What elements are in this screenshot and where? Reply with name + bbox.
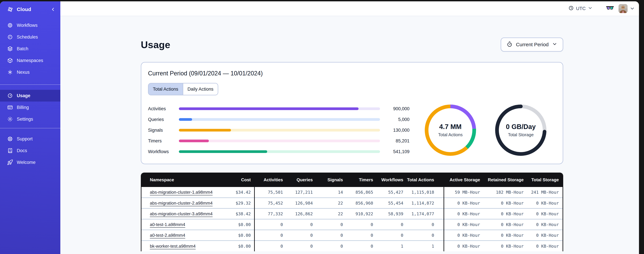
- sidebar-item-schedules[interactable]: Schedules: [0, 31, 60, 43]
- bar-value: 541,109: [380, 149, 410, 154]
- table-cell: 0: [373, 230, 403, 240]
- namespace-link[interactable]: abs-migration-cluster-2.a98mm4: [150, 200, 212, 206]
- brand-row: Cloud: [0, 1, 60, 18]
- table-cell: $38.42: [224, 208, 254, 219]
- sidebar-item-namespaces[interactable]: Namespaces: [0, 54, 60, 66]
- table-cell: 0: [343, 230, 373, 240]
- namespace-link[interactable]: abs-migration-cluster-1.a98mm4: [150, 190, 212, 195]
- table-cell: 0 KB-Hour: [524, 230, 563, 240]
- bar-row-signals: Signals130,000: [148, 125, 414, 136]
- column-header-total-actions: Total Actions: [403, 172, 444, 187]
- schedules-icon: [7, 34, 13, 40]
- tab-total-actions[interactable]: Total Actions: [148, 84, 183, 95]
- namespaces-icon: [7, 58, 13, 64]
- namespace-cell: a0-test-1.a98mm4: [142, 219, 224, 230]
- bar-value: 85,201: [380, 138, 410, 144]
- welcome-icon: [7, 159, 13, 165]
- namespace-cell: bk-worker-test.a98mm4: [142, 240, 224, 251]
- table-cell: 0: [343, 219, 373, 230]
- docs-icon: [7, 148, 13, 154]
- namespace-link[interactable]: a0-test-1.a98mm4: [150, 222, 185, 227]
- table-cell: 182 MB-Hour: [480, 187, 524, 198]
- column-header-retained-storage: Retained Storage: [480, 172, 524, 187]
- table-cell: 0 KB-Hour: [524, 208, 563, 219]
- user-menu-chevron[interactable]: [630, 6, 635, 11]
- sidebar-item-docs[interactable]: Docs: [0, 145, 60, 156]
- bar-label: Queries: [148, 117, 179, 122]
- table-cell: 0 KB-Hour: [444, 219, 480, 230]
- table-cell: $29.32: [224, 198, 254, 208]
- table-cell: $0.00: [224, 240, 254, 251]
- sidebar-item-label: Usage: [17, 93, 30, 98]
- namespace-cell: abs-migration-cluster-3.a98mm4: [142, 208, 224, 219]
- table-cell: 22: [313, 208, 343, 219]
- table-cell: 0: [373, 219, 403, 230]
- billing-icon: [7, 104, 13, 110]
- table-cell: 55,454: [373, 198, 403, 208]
- nexus-icon: [7, 69, 13, 75]
- table-cell: 0: [313, 240, 343, 251]
- sidebar-item-billing[interactable]: Billing: [0, 102, 60, 113]
- table-cell: $34.42: [224, 187, 254, 198]
- sidebar: Cloud WorkflowsSchedulesBatchNamespacesN…: [0, 1, 60, 254]
- period-selector-button[interactable]: Current Period: [501, 38, 563, 52]
- table-cell: 77,332: [254, 208, 283, 219]
- namespace-link[interactable]: bk-worker-test.a98mm4: [150, 244, 196, 249]
- sidebar-item-batch[interactable]: Batch: [0, 43, 60, 54]
- table-cell: $0.00: [224, 219, 254, 230]
- sidebar-nav-account: UsageBillingSettings: [0, 85, 60, 125]
- sidebar-item-nexus[interactable]: Nexus: [0, 66, 60, 78]
- table-cell: 0 KB-Hour: [480, 240, 524, 251]
- usage-icon: [7, 93, 13, 99]
- sidebar-item-support[interactable]: Support: [0, 133, 60, 145]
- sidebar-item-settings[interactable]: Settings: [0, 113, 60, 125]
- table-cell: 0 KB-Hour: [524, 219, 563, 230]
- sidebar-nav-main: WorkflowsSchedulesBatchNamespacesNexus: [0, 18, 60, 78]
- chevron-down-icon: [552, 42, 557, 48]
- actions-bar-chart: Activities900,000Queries5,000Signals130,…: [148, 104, 414, 157]
- table-cell: 0 KB-Hour: [480, 208, 524, 219]
- bar-fill: [179, 118, 192, 121]
- donut-label: Total Actions: [438, 132, 463, 138]
- table-cell: 0: [254, 219, 283, 230]
- table-cell: $0.00: [224, 230, 254, 240]
- bar-fill: [179, 140, 209, 142]
- timezone-selector[interactable]: UTC: [568, 5, 593, 12]
- bar-value: 900,000: [380, 106, 410, 112]
- donut-total-actions: 4.7 MMTotal Actions: [424, 104, 477, 157]
- sidebar-item-welcome[interactable]: Welcome: [0, 156, 60, 168]
- batch-icon: [7, 46, 13, 52]
- table-cell: 0 KB-Hour: [480, 198, 524, 208]
- feedback-glasses-button[interactable]: [606, 6, 614, 12]
- table-cell: 0 KB-Hour: [444, 230, 480, 240]
- support-icon: [7, 136, 13, 142]
- sidebar-item-label: Nexus: [17, 70, 30, 75]
- table-cell: 0: [283, 240, 313, 251]
- bar-track: [179, 140, 380, 142]
- table-cell: 1,115,018: [403, 187, 444, 198]
- table-cell: 241 MB-Hour: [524, 187, 563, 198]
- table-row: bk-worker-test.a98mm4$0.000000110 KB-Hou…: [142, 240, 563, 251]
- sidebar-item-usage[interactable]: Usage: [0, 90, 60, 102]
- topbar: UTC: [60, 1, 639, 16]
- namespace-link[interactable]: abs-migration-cluster-3.a98mm4: [150, 211, 212, 216]
- table-cell: 0 KB-Hour: [524, 240, 563, 251]
- bar-track: [179, 129, 380, 132]
- table-cell: 0 KB-Hour: [524, 198, 563, 208]
- workflows-icon: [7, 22, 13, 28]
- table-cell: 127,211: [283, 187, 313, 198]
- donut-value: 0 GB/Day: [506, 123, 536, 130]
- temporal-logo-icon: [7, 6, 14, 12]
- tab-daily-actions[interactable]: Daily Actions: [183, 84, 218, 95]
- sidebar-item-label: Docs: [17, 148, 27, 153]
- table-cell: 0: [403, 219, 444, 230]
- sidebar-item-workflows[interactable]: Workflows: [0, 20, 60, 31]
- card-title: Current Period (09/01/2024 — 10/01/2024): [148, 70, 556, 77]
- sidebar-collapse-button[interactable]: [50, 7, 56, 12]
- user-avatar[interactable]: [618, 4, 628, 13]
- table-cell: 59 MB-Hour: [444, 187, 480, 198]
- bar-row-activities: Activities900,000: [148, 104, 414, 114]
- namespace-link[interactable]: a0-test-2.a98mm4: [150, 233, 185, 238]
- table-cell: 0: [343, 240, 373, 251]
- column-header-activities: Activities: [254, 172, 283, 187]
